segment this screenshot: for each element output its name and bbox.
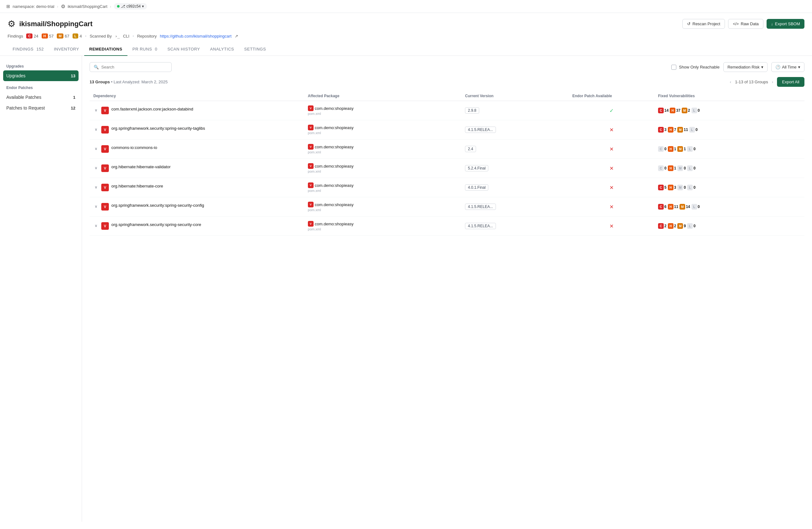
sidebar-item-available-patches[interactable]: Available Patches 1 [0,92,82,103]
search-box[interactable]: 🔍 [90,62,172,72]
prev-page-button[interactable]: ‹ [729,80,733,84]
table-row: ∨ V com.fasterxml.jackson.core:jackson-d… [90,101,804,120]
col-header-dependency: Dependency [90,91,304,101]
dep-icon: V [101,107,109,114]
m-count: 1 [684,147,686,151]
vuln-critical: C 2 [658,223,667,229]
tab-analytics[interactable]: ANALYTICS [205,43,239,56]
dep-name: org.hibernate:hibernate-validator [111,165,171,169]
pkg-file: pom.xml [308,170,458,173]
tab-findings[interactable]: FINDINGS 152 [8,43,49,56]
reachable-toggle[interactable]: Show Only Reachable [671,65,720,70]
version-badge: 4.1.5.RELEA... [465,204,496,210]
project-header-actions: ↺ Rescan Project </> Raw Data ↓ Export S… [682,19,804,29]
vuln-low: L 0 [689,127,698,132]
next-page-button[interactable]: › [771,80,774,84]
remediation-risk-filter[interactable]: Remediation Risk ▾ [723,62,768,72]
tab-scan-history[interactable]: SCAN HISTORY [162,43,205,56]
m-count: 14 [686,204,690,209]
rescan-button[interactable]: ↺ Rescan Project [682,19,725,29]
vuln-high: H 11 [668,204,678,210]
m-count: 0 [684,185,686,190]
c-count: 3 [664,128,667,132]
col-header-fixed-vulns: Fixed Vulnerabilities [654,91,804,101]
vuln-high: H 2 [668,223,676,229]
tab-scan-history-label: SCAN HISTORY [168,47,200,52]
dot-sep-2: • [132,34,134,39]
critical-badge: C [26,33,32,39]
tab-settings[interactable]: SETTINGS [239,43,271,56]
table-row: ∨ V org.springframework.security:spring-… [90,120,804,140]
pkg-name: com.demo:shopieasy [315,221,354,226]
reachable-checkbox[interactable] [671,65,676,70]
expand-row-button[interactable]: ∨ [93,184,99,191]
export-icon: ↓ [771,22,773,26]
expand-row-button[interactable]: ∨ [93,222,99,229]
content-area: 🔍 Show Only Reachable Remediation Risk ▾… [82,56,812,522]
c-count: 5 [664,185,667,190]
export-all-button[interactable]: Export All [777,77,804,87]
expand-row-button[interactable]: ∨ [93,107,99,114]
expand-row-button[interactable]: ∨ [93,126,99,133]
expand-row-button[interactable]: ∨ [93,165,99,171]
all-time-label: All Time [782,65,797,69]
dep-icon: V [101,126,109,133]
pkg-icon: V [308,125,314,130]
search-input[interactable] [101,65,168,69]
chevron-down-icon: ▾ [761,65,764,69]
export-sbom-button[interactable]: ↓ Export SBOM [767,19,804,29]
affected-pkg: V com.demo:shopieasy pom.xml [308,221,458,231]
raw-data-button[interactable]: </> Raw Data [728,19,764,29]
pkg-file: pom.xml [308,150,458,154]
affected-pkg: V com.demo:shopieasy pom.xml [308,183,458,192]
sidebar-item-patches-to-request[interactable]: Patches to Request 12 [0,103,82,113]
pkg-icon: V [308,221,314,227]
expand-row-button[interactable]: ∨ [93,145,99,152]
l-count: 0 [693,224,696,228]
expand-row-button[interactable]: ∨ [93,203,99,210]
cli-icon: ›_ [115,34,120,39]
dep-name: org.springframework.security:spring-secu… [111,222,201,227]
vuln-high: H 37 [670,108,680,113]
tab-inventory[interactable]: INVENTORY [49,43,84,56]
layers-icon: ⊞ [6,4,10,9]
vuln-counts: C 14 H 37 M 2 L 0 [658,108,801,113]
m-count: 0 [684,166,686,170]
dot-sep-1: • [85,34,87,39]
vuln-low: L 0 [687,146,696,152]
c-count: 0 [664,147,667,151]
repo-breadcrumb[interactable]: ikismail/ShoppingCart [68,4,107,9]
sidebar-patches-request-label: Patches to Request [6,105,45,111]
pagination: ‹ 1-13 of 13 Groups › Export All [729,77,804,87]
all-time-filter[interactable]: 🕐 All Time ▾ [771,62,804,72]
tab-pr-runs[interactable]: PR RUNS 0 [128,43,162,56]
tab-pr-runs-label: PR RUNS [132,47,152,52]
tab-settings-label: SETTINGS [244,47,266,52]
vuln-counts: C 5 H 3 M 0 L 0 [658,185,801,190]
dependency-table: Dependency Affected Package Current Vers… [90,91,804,236]
col-header-endor-patch: Endor Patch Available [568,91,654,101]
export-sbom-label: Export SBOM [775,22,800,26]
repository-link[interactable]: https://github.com/ikismail/shoppingcart [160,34,232,39]
vuln-medium: M 11 [677,127,688,132]
critical-count: 24 [34,34,38,39]
sidebar-upgrades-section: Upgrades [0,62,82,70]
pagination-text: 1-13 of 13 Groups [735,80,768,84]
sidebar-item-upgrades[interactable]: Upgrades 13 [3,70,78,81]
commit-badge[interactable]: ⎇ c992c54 ▾ [114,3,147,10]
namespace-label[interactable]: namespace: demo-trial [13,4,54,9]
pkg-name-row: V com.demo:shopieasy [308,163,458,169]
dep-icon: V [101,203,109,211]
dep-name-container: org.hibernate:hibernate-core [111,184,163,188]
l-count: 0 [693,166,696,170]
h-count: 2 [674,224,676,228]
pkg-file: pom.xml [308,208,458,212]
version-badge: 5.2.4.Final [465,165,488,171]
low-badge-item: L 4 [73,33,82,39]
dep-icon: V [101,184,109,191]
remediation-risk-label: Remediation Risk [727,65,760,69]
patch-x-icon: ✕ [609,127,613,132]
h-count: 1 [674,166,676,170]
tab-remediations[interactable]: REMEDIATIONS [84,43,128,56]
high-badge-item: H 57 [42,33,54,39]
